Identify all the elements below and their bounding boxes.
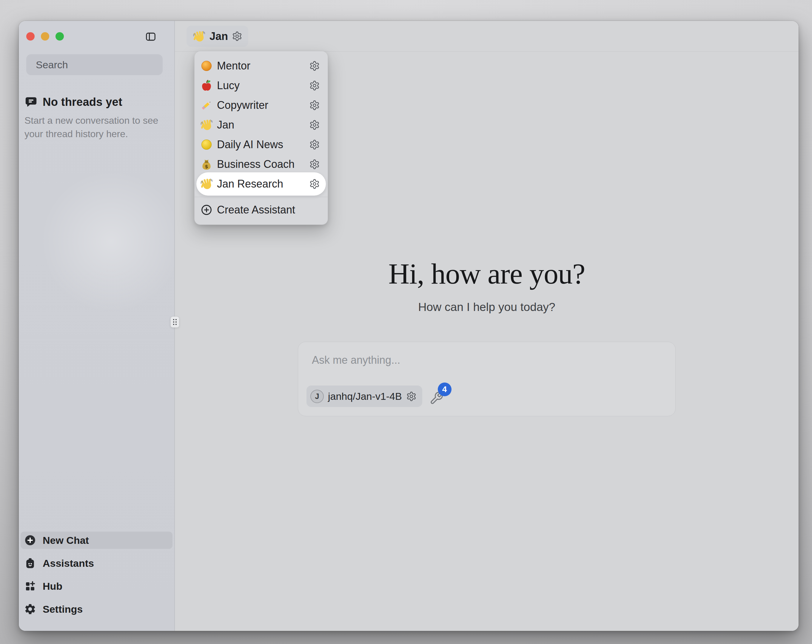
gear-filled-icon xyxy=(24,603,37,615)
grid-plus-icon xyxy=(24,580,37,592)
composer-toolbar: J janhq/Jan-v1-4B 4 xyxy=(307,385,445,407)
menu-item-label: Jan xyxy=(217,119,234,131)
sidebar: No threads yet Start a new conversation … xyxy=(19,21,175,631)
grip-dots-icon xyxy=(172,318,177,326)
nav-item-settings[interactable]: Settings xyxy=(21,600,172,618)
sidebar-bottom-nav: New Chat Assistants xyxy=(21,531,172,618)
money-bag-emoji-icon xyxy=(200,158,213,171)
empty-state-body: Start a new conversation to see your thr… xyxy=(24,114,159,141)
composer: J janhq/Jan-v1-4B 4 xyxy=(298,342,676,416)
wave-emoji-icon xyxy=(200,118,213,131)
model-selector-button[interactable]: J janhq/Jan-v1-4B xyxy=(307,385,422,407)
menu-item-copywriter[interactable]: Copywriter xyxy=(196,95,326,115)
nav-item-hub[interactable]: Hub xyxy=(21,577,172,595)
menu-item-label: Jan Research xyxy=(217,178,283,190)
menu-item-label: Business Coach xyxy=(217,158,295,171)
menu-item-gear-icon[interactable] xyxy=(309,80,320,91)
main-area: Jan Mentor Lucy Copywriter xyxy=(175,21,798,631)
menu-item-label: Mentor xyxy=(217,59,250,72)
close-button[interactable] xyxy=(26,32,35,41)
menu-item-label: Lucy xyxy=(217,79,240,92)
sidebar-toggle-button[interactable] xyxy=(143,30,159,44)
yellow-circle-emoji-icon xyxy=(200,138,213,151)
pencil-emoji-icon xyxy=(200,99,213,112)
sidebar-toggle-icon xyxy=(145,31,157,42)
wave-emoji-icon xyxy=(192,30,206,43)
menu-divider xyxy=(195,197,328,197)
chat-input[interactable] xyxy=(312,354,661,367)
assistant-selector-button[interactable]: Jan xyxy=(186,26,248,47)
menu-item-label: Copywriter xyxy=(217,99,268,111)
nav-item-label: Settings xyxy=(43,603,82,615)
greeting-title: Hi, how are you? xyxy=(175,257,798,291)
search-field[interactable] xyxy=(26,54,163,75)
menu-item-gear-icon[interactable] xyxy=(309,159,320,170)
apple-emoji-icon xyxy=(200,79,213,92)
empty-state: No threads yet xyxy=(24,95,122,108)
menu-item-lucy[interactable]: Lucy xyxy=(196,76,326,95)
menu-item-gear-icon[interactable] xyxy=(309,61,320,71)
empty-state-title: No threads yet xyxy=(43,96,122,108)
model-avatar: J xyxy=(310,390,324,403)
assistant-dropdown-menu: Mentor Lucy Copywriter Jan xyxy=(194,51,328,225)
menu-item-create-assistant[interactable]: Create Assistant xyxy=(196,200,326,220)
menu-item-gear-icon[interactable] xyxy=(309,120,320,130)
model-name: janhq/Jan-v1-4B xyxy=(328,391,402,402)
assistant-settings-icon[interactable] xyxy=(232,31,242,41)
greeting-subtitle: How can I help you today? xyxy=(175,300,798,314)
main-header: Jan xyxy=(175,21,798,52)
nav-item-new-chat[interactable]: New Chat xyxy=(21,531,172,549)
chat-bubble-icon xyxy=(24,95,38,108)
app-window: No threads yet Start a new conversation … xyxy=(19,21,798,631)
nav-item-label: New Chat xyxy=(43,534,89,546)
menu-item-label: Create Assistant xyxy=(217,204,295,216)
menu-item-gear-icon[interactable] xyxy=(309,100,320,111)
menu-item-jan[interactable]: Jan xyxy=(196,115,326,135)
plus-circle-icon xyxy=(24,534,37,547)
window-controls xyxy=(26,32,64,41)
menu-item-jan-research[interactable]: Jan Research xyxy=(196,172,326,196)
menu-item-label: Daily AI News xyxy=(217,139,283,151)
model-settings-icon[interactable] xyxy=(406,391,417,402)
sidebar-resize-handle[interactable] xyxy=(170,316,179,328)
search-input[interactable] xyxy=(36,59,168,71)
tools-count-badge: 4 xyxy=(438,382,452,396)
menu-item-mentor[interactable]: Mentor xyxy=(196,56,326,76)
menu-item-gear-icon[interactable] xyxy=(309,139,320,150)
orange-circle-emoji-icon xyxy=(200,59,213,72)
nav-item-label: Assistants xyxy=(43,557,94,569)
menu-item-gear-icon[interactable] xyxy=(309,178,320,189)
tools-button[interactable]: 4 xyxy=(429,387,445,405)
plus-circle-outline-icon xyxy=(200,203,213,216)
assistant-robot-icon xyxy=(24,557,37,569)
nav-item-label: Hub xyxy=(43,580,63,592)
nav-item-assistants[interactable]: Assistants xyxy=(21,554,172,572)
minimize-button[interactable] xyxy=(41,32,49,41)
zoom-button[interactable] xyxy=(55,32,64,41)
wave-emoji-icon xyxy=(200,177,213,190)
assistant-selector-label: Jan xyxy=(209,30,228,43)
menu-item-business-coach[interactable]: Business Coach xyxy=(196,154,326,174)
menu-item-daily-ai-news[interactable]: Daily AI News xyxy=(196,135,326,154)
